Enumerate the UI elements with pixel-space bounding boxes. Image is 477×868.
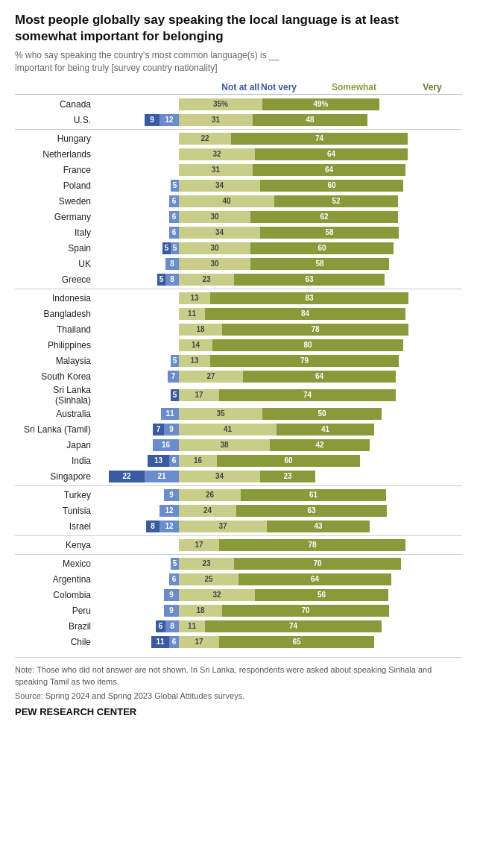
bar-very: 62: [250, 211, 398, 223]
country-label: Spain: [15, 243, 97, 254]
bar-somewhat: 11: [179, 308, 205, 320]
table-row: Greece582363: [15, 272, 462, 287]
country-label: Thailand: [15, 324, 97, 335]
header-notvery: Not very: [261, 82, 297, 92]
bar-somewhat: 17: [179, 636, 219, 648]
bar-very: 60: [260, 180, 403, 192]
table-row: South Korea72764: [15, 369, 462, 384]
country-label: Germany: [15, 212, 97, 222]
bar-very: 80: [212, 339, 403, 351]
bar-somewhat: 18: [179, 324, 222, 336]
country-label: Sri Lanka (Tamil): [15, 424, 97, 435]
country-label: Bangladesh: [15, 309, 97, 319]
bar-very: 63: [236, 505, 387, 517]
table-row: Mexico52370: [15, 556, 462, 571]
country-label: Peru: [15, 606, 97, 616]
bar-notatall: 22: [109, 471, 145, 482]
bar-very: 49%: [262, 98, 379, 110]
country-label: Sri Lanka (Sinhala): [15, 385, 97, 406]
bar-very: 58: [260, 227, 399, 239]
bar-somewhat: 16: [179, 455, 217, 467]
bar-somewhat: 35: [179, 408, 262, 420]
bar-somewhat: 30: [179, 258, 250, 270]
bar-very: 43: [267, 521, 370, 532]
table-row: Canada35%49%: [15, 97, 462, 112]
bar-very: 52: [274, 195, 398, 207]
bar-very: 65: [219, 636, 374, 648]
country-label: Tunisia: [15, 506, 97, 516]
country-label: Hungary: [15, 133, 97, 144]
bar-notvery: 8: [165, 620, 179, 632]
country-label: Chile: [15, 637, 97, 647]
bar-very: 64: [253, 164, 405, 176]
bar-somewhat: 18: [179, 605, 222, 617]
bar-notatall: 5: [162, 242, 171, 254]
bar-notvery: 16: [153, 439, 179, 451]
header-very: Very: [423, 82, 441, 92]
bar-notvery: 5: [171, 180, 179, 192]
bar-notvery: 6: [169, 573, 179, 585]
table-row: Chile1161765: [15, 635, 462, 650]
bar-notatall: 8: [146, 521, 159, 532]
bar-very: 63: [234, 274, 385, 286]
bar-very: 64: [243, 371, 396, 383]
bar-very: 42: [270, 439, 370, 451]
table-row: Argentina62564: [15, 572, 462, 587]
country-label: UK: [15, 259, 97, 269]
table-row: Poland53460: [15, 178, 462, 193]
bar-notvery: 8: [165, 258, 179, 270]
bar-somewhat: 38: [179, 439, 270, 451]
bar-somewhat: 40: [179, 195, 274, 207]
bar-somewhat: 17: [179, 539, 219, 551]
pew-brand: PEW RESEARCH CENTER: [15, 706, 462, 717]
table-row: Sri Lanka (Tamil)794141: [15, 422, 462, 437]
bar-very: 78: [219, 539, 405, 551]
bar-somewhat: 34: [179, 227, 260, 239]
bar-somewhat: 14: [179, 339, 212, 351]
header-notatall: Not at all: [221, 82, 261, 92]
bar-somewhat: 17: [179, 389, 219, 401]
table-row: Italy63458: [15, 225, 462, 240]
header-somewhat: Somewhat: [332, 82, 376, 92]
bar-very: 78: [222, 324, 408, 336]
table-row: France3164: [15, 163, 462, 177]
bar-notvery: 11: [161, 408, 179, 420]
table-row: Kenya1778: [15, 538, 462, 553]
bar-notvery: 9: [164, 489, 179, 501]
country-label: Canada: [15, 99, 97, 110]
table-row: Germany63062: [15, 210, 462, 224]
bar-very: 74: [205, 620, 382, 632]
table-row: Malaysia51379: [15, 353, 462, 368]
chart-source: Source: Spring 2024 and Spring 2023 Glob…: [15, 691, 462, 700]
bar-notatall: 9: [145, 114, 159, 126]
chart-subtitle: % who say speaking the country's most co…: [15, 49, 462, 75]
country-label: Mexico: [15, 559, 97, 569]
country-label: Singapore: [15, 471, 97, 482]
bar-somewhat: 34: [179, 180, 260, 192]
country-label: Netherlands: [15, 149, 97, 160]
bar-somewhat: 30: [179, 211, 250, 223]
bar-notatall: 5: [157, 274, 165, 286]
country-label: Colombia: [15, 590, 97, 600]
table-row: Bangladesh1184: [15, 306, 462, 321]
bar-very: 60: [217, 455, 360, 467]
table-row: Thailand1878: [15, 322, 462, 337]
bar-notvery: 6: [169, 195, 179, 207]
bar-somewhat: 11: [179, 620, 205, 632]
chart-title: Most people globally say speaking the lo…: [15, 12, 462, 45]
bar-notvery: 12: [159, 521, 179, 532]
bar-very: 48: [253, 114, 367, 126]
bar-very: 41: [277, 424, 374, 435]
bar-notatall: 7: [153, 424, 164, 435]
bar-notatall: 13: [148, 455, 169, 467]
bar-very: 56: [255, 589, 388, 601]
bar-notvery: 12: [159, 505, 179, 517]
country-label: Indonesia: [15, 293, 97, 304]
bar-somewhat: 13: [179, 355, 210, 367]
bar-notvery: 5: [171, 355, 179, 367]
bar-notvery: 8: [165, 274, 179, 286]
country-label: Sweden: [15, 196, 97, 207]
table-row: Israel8123743: [15, 519, 462, 534]
table-row: Australia113550: [15, 406, 462, 421]
bar-somewhat: 32: [179, 148, 255, 160]
